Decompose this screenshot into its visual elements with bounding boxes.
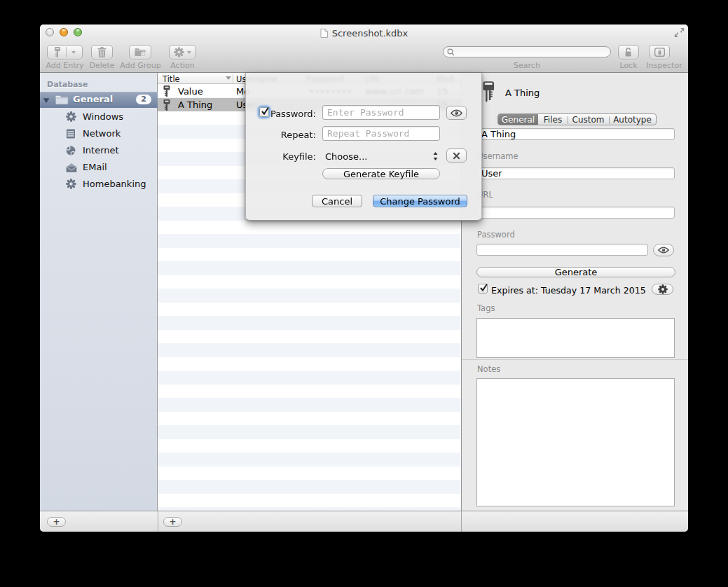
generate-button[interactable]: Generate	[476, 267, 675, 277]
gear-icon	[174, 47, 184, 57]
add-group-plus-button[interactable]: +	[47, 517, 66, 527]
chevron-down-icon	[187, 51, 191, 54]
lock-icon	[624, 47, 633, 57]
url-field[interactable]	[476, 207, 675, 219]
sidebar-section-header: Database	[47, 80, 88, 89]
clear-keyfile-button[interactable]	[446, 149, 467, 163]
tab-files[interactable]: Files	[538, 114, 568, 125]
username-field[interactable]	[476, 167, 675, 179]
generate-keyfile-label: Generate Keyfile	[343, 169, 419, 179]
lock-button[interactable]	[618, 45, 639, 60]
eye-icon	[658, 247, 669, 254]
inspector-panel: A Thing GeneralFilesCustomAutotype Usern…	[461, 73, 688, 511]
sidebar-item-label: Windows	[83, 111, 123, 122]
segment-divider	[609, 116, 610, 124]
window-title: Screenshot.kdbx	[332, 28, 408, 39]
add-group-label: Add Group	[119, 61, 162, 70]
title-field[interactable]	[476, 128, 675, 140]
bottombar-divider	[158, 511, 158, 532]
server-icon	[66, 128, 76, 138]
sidebar-item-internet[interactable]: Internet	[40, 141, 158, 158]
change-password-label: Change Password	[380, 196, 460, 207]
expires-label: Expires at: Tuesday 17 March 2015	[491, 285, 646, 296]
tab-custom[interactable]: Custom	[568, 114, 609, 125]
password-label: Password	[477, 230, 515, 240]
disclosure-triangle-icon[interactable]	[43, 97, 50, 104]
tab-autotype[interactable]: Autotype	[609, 114, 656, 125]
tab-general[interactable]: General	[498, 114, 538, 125]
sidebar-item-label: EMail	[83, 162, 107, 172]
action-label: Action	[161, 61, 204, 70]
globe-icon	[66, 145, 76, 155]
folder-icon	[55, 95, 69, 105]
sidebar-item-network[interactable]: Network	[40, 125, 158, 141]
notes-label: Notes	[477, 364, 500, 374]
sidebar-item-email[interactable]: EMail	[40, 158, 158, 175]
check-icon	[479, 283, 489, 294]
notes-textarea[interactable]	[476, 378, 675, 506]
sheet-password-label: Password:	[252, 109, 316, 119]
bottom-bar: + +	[40, 511, 688, 532]
cancel-button[interactable]: Cancel	[312, 195, 362, 207]
bottombar-divider	[461, 511, 462, 532]
fullscreen-icon[interactable]	[674, 27, 685, 38]
key-icon	[54, 47, 61, 57]
username-label: Username	[477, 151, 518, 161]
sidebar-item-label: Homebanking	[83, 179, 146, 189]
search-label: Search	[499, 61, 555, 70]
sidebar-item-homebanking[interactable]: Homebanking	[40, 175, 158, 192]
inspector-section-divider	[462, 359, 688, 360]
cancel-button-label: Cancel	[322, 196, 352, 207]
sort-descending-icon	[226, 76, 231, 80]
inspector-tabs: GeneralFilesCustomAutotype	[497, 113, 657, 125]
action-button[interactable]	[169, 45, 196, 60]
delete-button[interactable]	[91, 45, 113, 60]
add-entry-plus-button[interactable]: +	[163, 517, 182, 527]
x-icon	[453, 152, 460, 160]
key-icon	[163, 85, 170, 99]
keyfile-popup[interactable]: Choose...	[325, 151, 440, 162]
password-field[interactable]	[476, 244, 648, 256]
sidebar-item-windows[interactable]: Windows	[40, 108, 158, 125]
search-input[interactable]	[443, 46, 611, 57]
trash-icon	[97, 47, 107, 57]
key-icon	[163, 99, 170, 113]
inspector-button[interactable]	[649, 45, 670, 60]
sheet-repeat-label: Repeat:	[252, 130, 316, 140]
button-separator	[66, 47, 67, 57]
eye-icon	[451, 109, 462, 117]
titlebar: Screenshot.kdbx	[40, 27, 688, 39]
expires-settings-button[interactable]	[652, 284, 673, 295]
sheet-repeat-input[interactable]	[322, 126, 440, 141]
app-window: Screenshot.kdbx Add Entry Delete Add Gro…	[40, 25, 688, 532]
sheet-password-input[interactable]	[322, 105, 440, 120]
chevron-down-icon	[71, 51, 76, 54]
sidebar-group-general[interactable]: General 2	[40, 92, 158, 108]
cell-title: A Thing	[178, 99, 212, 110]
sheet-keyfile-label: Keyfile:	[252, 151, 316, 162]
reveal-password-button[interactable]	[653, 244, 674, 256]
tags-label: Tags	[477, 303, 495, 313]
expires-checkbox[interactable]	[478, 284, 488, 294]
sidebar-group-label: General	[73, 94, 113, 104]
window-header: Screenshot.kdbx Add Entry Delete Add Gro…	[40, 25, 688, 73]
gear-icon	[66, 111, 76, 121]
desktop: Screenshot.kdbx Add Entry Delete Add Gro…	[0, 0, 728, 587]
sidebar-item-label: Network	[83, 128, 121, 139]
generate-button-label: Generate	[555, 267, 598, 277]
cell-title: Value	[178, 86, 203, 97]
add-group-button[interactable]	[129, 45, 151, 60]
change-password-button[interactable]: Change Password	[373, 195, 467, 207]
inspector-icon	[654, 48, 665, 57]
gear-icon	[66, 179, 76, 188]
stepper-icon	[433, 152, 438, 160]
tags-textarea[interactable]	[476, 318, 675, 358]
folder-plus-icon	[135, 48, 146, 57]
generate-keyfile-button[interactable]: Generate Keyfile	[322, 168, 440, 179]
add-entry-button[interactable]	[47, 45, 83, 60]
sidebar-group-badge: 2	[136, 95, 151, 104]
segment-divider	[568, 116, 568, 124]
keyfile-popup-value: Choose...	[325, 151, 367, 162]
column-header-title[interactable]: Title	[163, 74, 180, 84]
sheet-reveal-button[interactable]	[446, 106, 467, 120]
